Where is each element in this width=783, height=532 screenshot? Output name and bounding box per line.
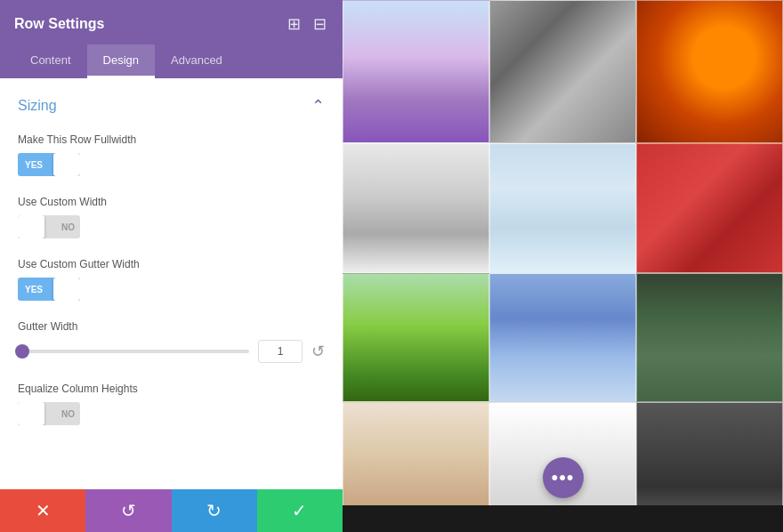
panel-tabs: Content Design Advanced bbox=[14, 44, 328, 78]
custom-gutter-toggle-container: YES bbox=[18, 278, 325, 301]
custom-width-toggle-label: NO bbox=[61, 222, 80, 232]
redo-button[interactable]: ↻ bbox=[172, 489, 257, 532]
custom-width-field: Use Custom Width NO bbox=[18, 196, 325, 238]
equalize-heights-toggle[interactable]: NO bbox=[18, 402, 80, 425]
fullwidth-label: Make This Row Fullwidth bbox=[18, 133, 325, 146]
image-grid bbox=[343, 0, 783, 532]
gutter-slider-thumb[interactable] bbox=[15, 344, 29, 359]
equalize-heights-toggle-label: NO bbox=[61, 409, 80, 419]
cancel-icon: ✕ bbox=[36, 500, 51, 521]
save-icon: ✓ bbox=[292, 500, 307, 521]
panel-title: Row Settings bbox=[14, 16, 104, 32]
gutter-value-input[interactable]: 1 bbox=[258, 340, 303, 363]
equalize-heights-toggle-container: NO bbox=[18, 402, 325, 425]
custom-width-toggle-knob bbox=[18, 215, 44, 238]
grid-item-dome bbox=[343, 143, 489, 273]
grid-icon[interactable]: ⊟ bbox=[311, 12, 328, 36]
grid-item-arch bbox=[489, 0, 636, 143]
custom-width-toggle-container: NO bbox=[18, 215, 325, 238]
redo-icon: ↻ bbox=[206, 500, 222, 521]
tab-content[interactable]: Content bbox=[14, 44, 87, 78]
fullwidth-toggle-knob bbox=[53, 153, 80, 176]
custom-gutter-field: Use Custom Gutter Width YES bbox=[18, 258, 325, 301]
undo-icon: ↺ bbox=[121, 500, 136, 521]
grid-item-person bbox=[343, 273, 489, 403]
fullwidth-toggle-container: YES bbox=[18, 153, 325, 176]
cancel-button[interactable]: ✕ bbox=[0, 489, 85, 532]
custom-gutter-label: Use Custom Gutter Width bbox=[18, 258, 325, 270]
grid-item-sky bbox=[343, 0, 489, 143]
left-panel: Row Settings ⊞ ⊟ Content Design Advanced… bbox=[0, 0, 343, 532]
equalize-heights-label: Equalize Column Heights bbox=[18, 383, 325, 395]
grid-item-door bbox=[636, 143, 783, 273]
grid-item-bamboo bbox=[636, 273, 783, 403]
gutter-width-field: Gutter Width 1 ↺ bbox=[18, 320, 325, 363]
panel-content: Sizing ⌃ Make This Row Fullwidth YES Use… bbox=[0, 78, 343, 489]
fab-button[interactable]: ••• bbox=[543, 457, 584, 498]
fab-dots: ••• bbox=[551, 466, 574, 489]
custom-gutter-toggle-label: YES bbox=[18, 285, 43, 294]
expand-icon[interactable]: ⊞ bbox=[286, 12, 303, 36]
panel-icons: ⊞ ⊟ bbox=[286, 12, 328, 36]
custom-gutter-toggle-knob bbox=[53, 278, 80, 301]
grid-item-bridge bbox=[489, 143, 636, 273]
equalize-heights-field: Equalize Column Heights NO bbox=[18, 383, 325, 425]
gutter-reset-button[interactable]: ↺ bbox=[311, 342, 325, 361]
right-panel: ••• bbox=[343, 0, 783, 532]
custom-gutter-toggle[interactable]: YES bbox=[18, 278, 80, 301]
gutter-slider-container: 1 ↺ bbox=[18, 340, 325, 363]
custom-width-toggle[interactable]: NO bbox=[18, 215, 80, 238]
sizing-section-header: Sizing ⌃ bbox=[18, 96, 325, 116]
gutter-width-label: Gutter Width bbox=[18, 320, 325, 333]
grid-item-grapes bbox=[489, 273, 636, 403]
panel-header: Row Settings ⊞ ⊟ Content Design Advanced bbox=[0, 0, 343, 78]
grid-item-building bbox=[636, 0, 783, 143]
equalize-heights-toggle-knob bbox=[18, 402, 44, 425]
fullwidth-toggle-label: YES bbox=[18, 160, 43, 170]
bottom-bar bbox=[343, 505, 783, 532]
gutter-slider-track[interactable] bbox=[18, 350, 249, 353]
bottom-toolbar: ✕ ↺ ↻ ✓ bbox=[0, 489, 343, 532]
tab-design[interactable]: Design bbox=[87, 44, 155, 78]
fullwidth-toggle[interactable]: YES bbox=[18, 153, 80, 176]
panel-title-row: Row Settings ⊞ ⊟ bbox=[14, 12, 328, 36]
sizing-title: Sizing bbox=[18, 98, 57, 114]
custom-width-label: Use Custom Width bbox=[18, 196, 325, 208]
sizing-toggle-button[interactable]: ⌃ bbox=[311, 96, 325, 116]
save-button[interactable]: ✓ bbox=[257, 489, 343, 532]
fullwidth-field: Make This Row Fullwidth YES bbox=[18, 133, 325, 176]
undo-button[interactable]: ↺ bbox=[85, 489, 171, 532]
tab-advanced[interactable]: Advanced bbox=[155, 44, 238, 78]
